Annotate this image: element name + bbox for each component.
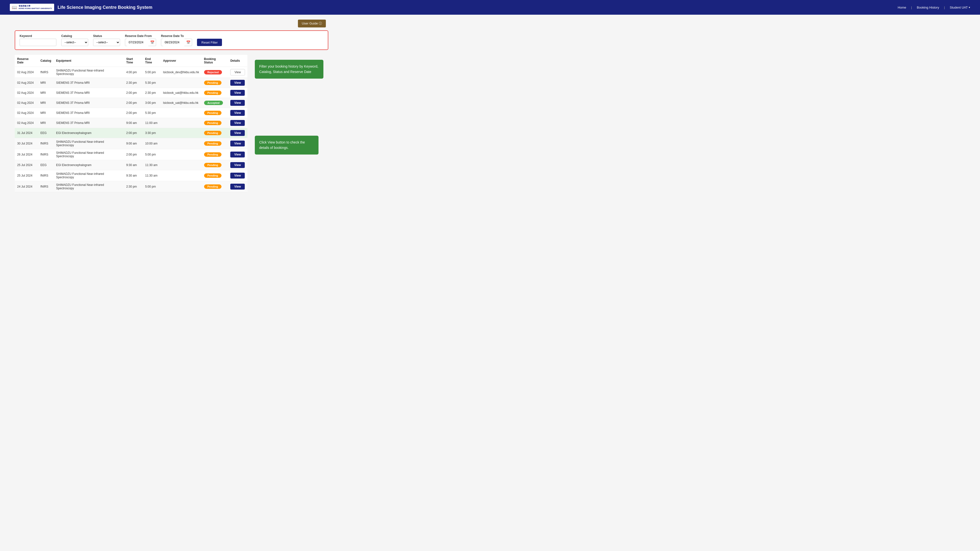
status-badge: Rejected — [204, 70, 222, 75]
status-badge: Pending — [204, 141, 221, 146]
cell-approver — [161, 138, 202, 149]
cell-approver — [161, 181, 202, 192]
university-logo: 📖 香港浸會大學 HONG KONG BAPTIST UNIVERSITY — [10, 4, 54, 11]
cell-catalog: MRI — [38, 88, 54, 98]
status-badge: Accepted — [204, 101, 223, 105]
university-name: 香港浸會大學 HONG KONG BAPTIST UNIVERSITY — [19, 5, 52, 10]
view-button[interactable]: View — [230, 80, 245, 86]
table-row: 25 Jul 2024 EEG EGI Electroencephalogram… — [15, 160, 247, 170]
main-content: User Guide ⓘ Keyword Catalog --select-- … — [0, 15, 343, 197]
cell-end-time: 2:30 pm — [143, 88, 161, 98]
cell-approver — [161, 170, 202, 181]
bookings-table: Reserve Date Catalog Equipment Start Tim… — [15, 55, 247, 192]
cell-equipment: SIEMENS 3T Prisma MRI — [54, 108, 124, 118]
cell-start-time: 2:30 pm — [124, 78, 143, 88]
calendar-to-icon[interactable]: 📅 — [186, 40, 190, 44]
cell-details: View — [228, 98, 247, 108]
col-approver: Approver — [161, 55, 202, 67]
cell-start-time: 2:30 pm — [124, 181, 143, 192]
view-button[interactable]: View — [230, 184, 245, 189]
cell-details: View — [228, 181, 247, 192]
cell-details: View — [228, 138, 247, 149]
cell-date: 02 Aug 2024 — [15, 108, 38, 118]
nav-home[interactable]: Home — [898, 6, 906, 9]
view-button[interactable]: View — [230, 173, 245, 178]
calendar-from-icon[interactable]: 📅 — [150, 40, 154, 44]
cell-catalog: fNIRS — [38, 170, 54, 181]
table-row: 02 Aug 2024 MRI SIEMENS 3T Prisma MRI 9:… — [15, 118, 247, 128]
cell-start-time: 9:00 am — [124, 118, 143, 128]
cell-equipment: SHIMADZU Functional Near-infrared Spectr… — [54, 138, 124, 149]
view-button[interactable]: View — [230, 69, 245, 75]
cell-approver: lsicbook_dev@hkbu.edu.hk — [161, 67, 202, 78]
cell-start-time: 2:00 pm — [124, 149, 143, 160]
status-badge: Pending — [204, 184, 221, 189]
cell-date: 25 Jul 2024 — [15, 160, 38, 170]
status-badge: Pending — [204, 91, 221, 95]
cell-date: 26 Jul 2024 — [15, 149, 38, 160]
catalog-group: Catalog --select-- fNIRS MRI EEG — [61, 34, 88, 46]
user-guide-button[interactable]: User Guide ⓘ — [298, 20, 326, 27]
view-button[interactable]: View — [230, 141, 245, 146]
col-booking-status: Booking Status — [202, 55, 228, 67]
cell-details: View — [228, 108, 247, 118]
reserve-to-input-wrap: 📅 — [161, 39, 192, 46]
cell-approver — [161, 128, 202, 138]
navbar-left: 📖 香港浸會大學 HONG KONG BAPTIST UNIVERSITY Li… — [10, 4, 153, 11]
view-button[interactable]: View — [230, 110, 245, 116]
cell-date: 02 Aug 2024 — [15, 98, 38, 108]
status-badge: Pending — [204, 163, 221, 167]
table-header: Reserve Date Catalog Equipment Start Tim… — [15, 55, 247, 67]
table-row: 31 Jul 2024 EEG EGI Electroencephalogram… — [15, 128, 247, 138]
cell-status: Pending — [202, 108, 228, 118]
view-button[interactable]: View — [230, 100, 245, 106]
cell-end-time: 10:00 am — [143, 138, 161, 149]
cell-date: 24 Jul 2024 — [15, 181, 38, 192]
keyword-input[interactable] — [20, 39, 56, 46]
cell-catalog: fNIRS — [38, 149, 54, 160]
view-button[interactable]: View — [230, 90, 245, 96]
table-row: 25 Jul 2024 fNIRS SHIMADZU Functional Ne… — [15, 170, 247, 181]
view-button[interactable]: View — [230, 130, 245, 136]
table-body: 02 Aug 2024 fNIRS SHIMADZU Functional Ne… — [15, 67, 247, 192]
view-button[interactable]: View — [230, 120, 245, 126]
cell-catalog: MRI — [38, 98, 54, 108]
cell-end-time: 5:30 pm — [143, 78, 161, 88]
reserve-from-group: Reserve Date From 📅 — [125, 34, 156, 46]
cell-status: Pending — [202, 88, 228, 98]
outer-layout: Reserve Date Catalog Equipment Start Tim… — [15, 55, 328, 192]
keyword-label: Keyword — [20, 34, 56, 38]
reserve-to-input[interactable] — [163, 39, 185, 46]
cell-equipment: EGI Electroencephalogram — [54, 128, 124, 138]
cell-end-time: 3:00 pm — [143, 98, 161, 108]
status-badge: Pending — [204, 131, 221, 135]
bookings-table-container: Reserve Date Catalog Equipment Start Tim… — [15, 55, 247, 192]
cell-date: 30 Jul 2024 — [15, 138, 38, 149]
nav-student-uat[interactable]: Student UAT — [950, 6, 970, 9]
status-badge: Pending — [204, 121, 221, 125]
cell-catalog: EEG — [38, 128, 54, 138]
navbar-right: Home | Booking History | Student UAT — [898, 6, 970, 9]
view-button[interactable]: View — [230, 162, 245, 168]
cell-catalog: EEG — [38, 160, 54, 170]
cell-approver — [161, 118, 202, 128]
reset-filter-button[interactable]: Reset Filter — [197, 39, 222, 46]
catalog-label: Catalog — [61, 34, 88, 38]
reserve-to-group: Reserve Date To 📅 — [161, 34, 192, 46]
cell-details: View — [228, 149, 247, 160]
cell-status: Pending — [202, 160, 228, 170]
nav-booking-history[interactable]: Booking History — [917, 6, 939, 9]
reserve-from-label: Reserve Date From — [125, 34, 156, 38]
status-select[interactable]: --select-- Pending Accepted Rejected — [93, 39, 120, 46]
reserve-from-input[interactable] — [127, 39, 149, 46]
view-button[interactable]: View — [230, 152, 245, 157]
cell-details: View — [228, 170, 247, 181]
cell-end-time: 11:00 am — [143, 118, 161, 128]
cell-end-time: 11:30 am — [143, 170, 161, 181]
cell-details: View — [228, 88, 247, 98]
catalog-select[interactable]: --select-- fNIRS MRI EEG — [61, 39, 88, 46]
cell-end-time: 5:00 pm — [143, 181, 161, 192]
cell-date: 25 Jul 2024 — [15, 170, 38, 181]
cell-end-time: 5:30 pm — [143, 108, 161, 118]
cell-status: Accepted — [202, 98, 228, 108]
